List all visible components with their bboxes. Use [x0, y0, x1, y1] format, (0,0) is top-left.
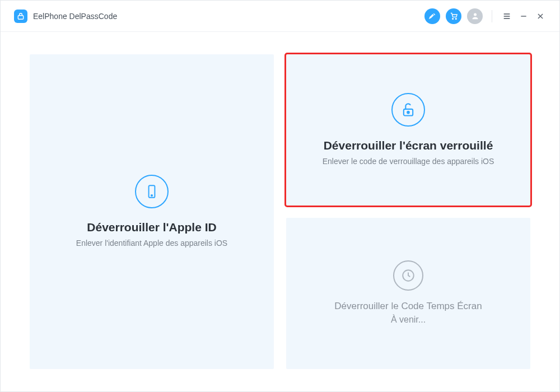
cart-button[interactable]	[446, 8, 461, 24]
unlock-apple-id-card[interactable]: Déverrouiller l'Apple ID Enlever l'ident…	[30, 54, 274, 369]
unlock-screen-card[interactable]: Déverrouiller l'écran verrouillé Enlever…	[286, 54, 530, 206]
svg-point-1	[452, 18, 453, 20]
titlebar-right	[424, 8, 546, 24]
titlebar-divider	[492, 10, 492, 22]
svg-point-13	[407, 111, 409, 113]
minimize-button[interactable]	[518, 11, 529, 22]
card-title: Déverrouiller l'Apple ID	[87, 221, 216, 234]
card-subtitle: À venir...	[391, 313, 426, 326]
card-title: Déverrouiller le Code Temps Écran	[334, 301, 482, 312]
card-subtitle: Enlever l'identifiant Apple des appareil…	[76, 237, 227, 249]
app-title: EelPhone DelPassCode	[33, 12, 117, 21]
svg-point-3	[474, 13, 477, 16]
right-column: Déverrouiller l'écran verrouillé Enlever…	[286, 54, 530, 369]
clock-icon	[393, 260, 423, 291]
close-button[interactable]	[535, 11, 546, 22]
content-area: Déverrouiller l'Apple ID Enlever l'ident…	[1, 32, 559, 391]
card-title: Déverrouiller l'écran verrouillé	[324, 139, 493, 152]
unlock-screentime-card[interactable]: Déverrouiller le Code Temps Écran À veni…	[286, 218, 530, 369]
menu-button[interactable]	[501, 11, 512, 22]
unlock-icon	[391, 93, 425, 127]
tools-button[interactable]	[424, 8, 440, 24]
svg-point-2	[455, 18, 456, 20]
card-subtitle: Enlever le code de verrouillage des appa…	[323, 156, 494, 167]
app-window: EelPhone DelPassCode	[0, 0, 560, 392]
titlebar-left: EelPhone DelPassCode	[14, 10, 117, 23]
left-column: Déverrouiller l'Apple ID Enlever l'ident…	[30, 54, 274, 369]
svg-point-11	[151, 194, 152, 195]
titlebar: EelPhone DelPassCode	[1, 1, 559, 32]
phone-icon	[135, 175, 169, 208]
svg-rect-0	[18, 15, 23, 18]
user-button[interactable]	[467, 8, 483, 24]
app-logo-icon	[14, 10, 27, 23]
